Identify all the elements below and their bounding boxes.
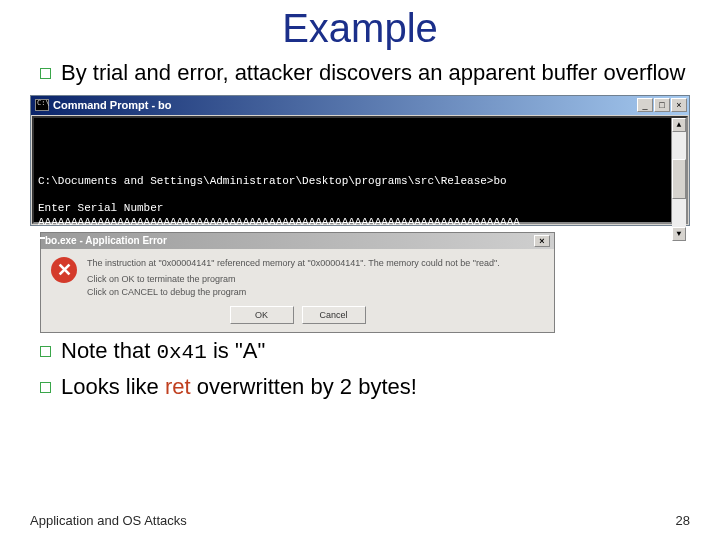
error-message: The instruction at "0x00004141" referenc… (87, 257, 500, 299)
cmd-body[interactable]: ▲ ▼ C:\Documents and Settings\Administra… (32, 116, 688, 224)
bullet-text: By trial and error, attacker discovers a… (61, 59, 690, 87)
bullet-text: Looks like ret overwritten by 2 bytes! (61, 373, 690, 401)
b2-post: is "A" (207, 338, 265, 363)
error-button-row: OK Cancel (41, 302, 554, 332)
b3-post: overwritten by 2 bytes! (191, 374, 417, 399)
b2-pre: Note that (61, 338, 156, 363)
cancel-button[interactable]: Cancel (302, 306, 366, 324)
b3-pre: Looks like (61, 374, 165, 399)
command-prompt-window: Command Prompt - bo _ □ × ▲ ▼ C:\Documen… (30, 95, 690, 226)
error-body: ✕ The instruction at "0x00004141" refere… (41, 249, 554, 303)
scroll-thumb[interactable] (672, 159, 686, 199)
ok-button[interactable]: OK (230, 306, 294, 324)
bullet-2: Note that 0x41 is "A" (40, 337, 690, 366)
minimize-button[interactable]: _ (637, 98, 653, 112)
cmd-title-text: Command Prompt - bo (53, 99, 637, 111)
bullet-3: Looks like ret overwritten by 2 bytes! (40, 373, 690, 401)
bullet-marker (40, 68, 51, 79)
bullet-text: Note that 0x41 is "A" (61, 337, 690, 366)
cmd-line-4: AAAAAAAAAAAAAAAAAAAAAAAAAAAAAAAAAAAAAAAA… (38, 216, 520, 228)
cmd-icon (35, 99, 49, 111)
footer-left: Application and OS Attacks (30, 513, 187, 528)
cmd-cursor (38, 237, 45, 239)
error-msg-2: Click on OK to terminate the program (87, 273, 500, 286)
b2-code: 0x41 (156, 341, 206, 364)
bullet-marker (40, 382, 51, 393)
maximize-button[interactable]: □ (654, 98, 670, 112)
error-msg-3: Click on CANCEL to debug the program (87, 286, 500, 299)
scroll-down-button[interactable]: ▼ (672, 227, 686, 241)
b3-ret: ret (165, 374, 191, 399)
cmd-scrollbar[interactable]: ▲ ▼ (671, 118, 686, 222)
error-msg-1: The instruction at "0x00004141" referenc… (87, 257, 500, 270)
scroll-up-button[interactable]: ▲ (672, 118, 686, 132)
bullet-1: By trial and error, attacker discovers a… (40, 59, 690, 87)
cmd-line-3: Enter Serial Number (38, 202, 163, 214)
scroll-track[interactable] (672, 132, 686, 227)
footer-page-number: 28 (676, 513, 690, 528)
cmd-line-1: C:\Documents and Settings\Administrator\… (38, 175, 507, 187)
close-button[interactable]: × (671, 98, 687, 112)
cmd-titlebar[interactable]: Command Prompt - bo _ □ × (31, 96, 689, 115)
slide-title: Example (0, 6, 720, 51)
slide-footer: Application and OS Attacks 28 (30, 513, 690, 528)
bullet-marker (40, 346, 51, 357)
